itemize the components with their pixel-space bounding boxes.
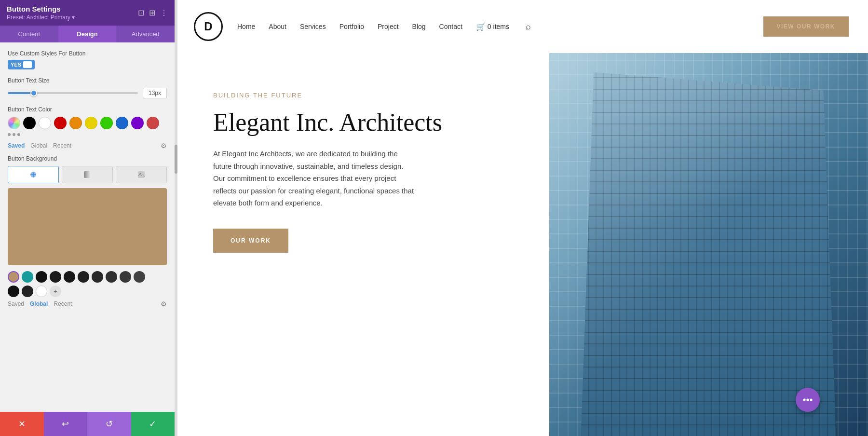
skyscraper [581,72,836,436]
settings-gear-icon-2[interactable]: ⚙ [161,300,167,308]
site-logo[interactable]: D [194,12,223,41]
nav-contact[interactable]: Contact [439,23,462,30]
bs-teal[interactable] [22,271,33,283]
nav-about[interactable]: About [269,23,286,30]
search-icon[interactable]: ⌕ [526,22,531,32]
vert-divider[interactable] [175,0,177,436]
custom-styles-toggle[interactable]: YES [8,60,35,69]
panel-footer: ✕ ↩ ↺ ✓ [0,412,175,436]
panel-header: Button Settings Preset: Architect Primar… [0,0,175,26]
background-label: Button Background [8,155,167,162]
text-size-slider-row: 13px [8,88,167,98]
swatch-yellow[interactable] [85,117,97,129]
nav-services[interactable]: Services [300,23,326,30]
saved-tab[interactable]: Saved [8,142,25,149]
nav-home[interactable]: Home [237,23,255,30]
saved-row: Saved Global Recent ⚙ [8,142,167,150]
panel-title: Button Settings [7,5,75,13]
bg-color-btn[interactable] [8,166,59,183]
cancel-button[interactable]: ✕ [0,412,44,436]
site-header: D Home About Services Portfolio Project … [175,0,868,53]
swatch-orange[interactable] [69,117,82,129]
toggle-thumb [23,61,32,68]
view-work-button[interactable]: VIEW OUR WORK [763,16,849,37]
hero-desc: At Elegant Inc Architects, we are dedica… [213,148,416,209]
dots-row [8,133,167,136]
bs2-black1[interactable] [8,286,19,297]
swatch-green[interactable] [100,117,113,129]
recent-tab-2[interactable]: Recent [54,300,72,307]
redo-button[interactable]: ↺ [87,412,131,436]
swatch-purple[interactable] [131,117,144,129]
bs-black3[interactable] [64,271,75,283]
color-picker-swatch[interactable] [8,117,20,129]
more-icon[interactable]: ⋮ [160,8,168,17]
bg-type-row [8,166,167,183]
hero-right [549,53,868,436]
slider-fill [8,92,34,94]
bottom-swatches [8,271,167,283]
cart-icon: 🛒 [476,22,486,31]
site-nav: Home About Services Portfolio Project Bl… [237,22,763,32]
tab-design[interactable]: Design [58,26,117,42]
vert-divider-handle [175,145,177,174]
hero-section: BUILDING THE FUTURE Elegant Inc. Archite… [175,53,868,436]
bg-gradient-btn[interactable] [62,166,113,183]
global-tab[interactable]: Global [30,142,47,149]
confirm-button[interactable]: ✓ [131,412,175,436]
left-panel: Button Settings Preset: Architect Primar… [0,0,175,436]
panel-preset[interactable]: Preset: Architect Primary ▾ [7,14,75,21]
cart-count: 0 items [488,23,509,30]
text-color-label: Button Text Color [8,106,167,113]
window-icon[interactable]: ⊡ [138,8,144,17]
tab-advanced[interactable]: Advanced [116,26,175,42]
hero-left: BUILDING THE FUTURE Elegant Inc. Archite… [175,53,549,436]
color-swatches [8,117,167,129]
text-size-track[interactable] [8,92,138,94]
swatch-blue[interactable] [116,117,128,129]
bs-black2[interactable] [50,271,61,283]
toggle-yes-label: YES [11,62,21,68]
bs-black7[interactable] [120,271,131,283]
saved-row-2: Saved Global Recent ⚙ [8,300,167,308]
bs2-add[interactable]: + [50,286,61,297]
fab-button[interactable]: ••• [796,388,820,412]
slider-thumb[interactable] [30,90,37,96]
svg-rect-1 [84,171,91,178]
hero-tag: BUILDING THE FUTURE [213,92,520,99]
recent-tab[interactable]: Recent [53,142,71,149]
nav-portfolio[interactable]: Portfolio [339,23,364,30]
swatch-pink[interactable] [147,117,159,129]
text-size-label: Button Text Size [8,77,167,84]
tab-content[interactable]: Content [0,26,58,42]
panel-body: Use Custom Styles For Button YES Button … [0,42,175,412]
swatch-white[interactable] [39,117,51,129]
bs-black1[interactable] [36,271,47,283]
bs-black5[interactable] [92,271,103,283]
custom-styles-label: Use Custom Styles For Button [8,50,167,57]
bs-black6[interactable] [106,271,117,283]
bg-image-btn[interactable] [116,166,167,183]
bs2-black2[interactable] [22,286,33,297]
layout-icon[interactable]: ⊞ [149,8,155,17]
slider-value[interactable]: 13px [143,88,167,98]
reset-button[interactable]: ↩ [44,412,88,436]
nav-cart[interactable]: 🛒 0 items [476,22,509,31]
bottom-swatches-row2: + [8,286,167,297]
panel-header-icons: ⊡ ⊞ ⋮ [138,8,168,17]
toggle-row: YES [8,60,167,69]
swatch-black[interactable] [23,117,36,129]
settings-gear-icon[interactable]: ⚙ [161,142,167,150]
hero-title: Elegant Inc. Architects [213,109,520,136]
bs-black4[interactable] [78,271,89,283]
bs2-white[interactable] [36,286,47,297]
svg-rect-2 [138,171,145,178]
our-work-button[interactable]: OUR WORK [213,229,288,253]
bs-black8[interactable] [134,271,145,283]
nav-blog[interactable]: Blog [412,23,426,30]
swatch-red[interactable] [54,117,67,129]
bs-tan[interactable] [8,271,19,283]
nav-project[interactable]: Project [378,23,399,30]
saved-tab-2[interactable]: Saved [8,300,24,307]
global-tab-2[interactable]: Global [30,300,48,307]
